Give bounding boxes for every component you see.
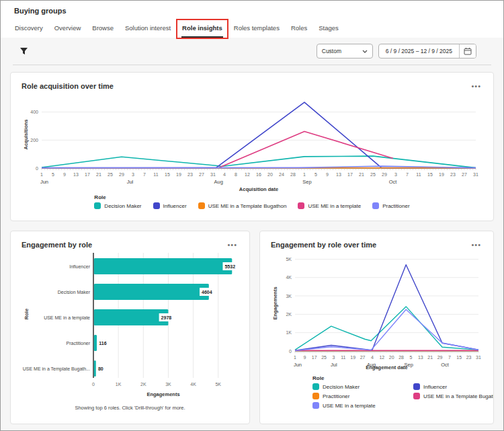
svg-text:2978: 2978 xyxy=(161,315,172,320)
legend-swatch xyxy=(312,393,319,399)
app-window: Buying groups Discovery Overview Browse … xyxy=(0,0,504,431)
tab-solution-interest[interactable]: Solution interest xyxy=(124,23,171,38)
svg-text:19: 19 xyxy=(176,172,181,177)
svg-text:4K: 4K xyxy=(190,382,196,387)
legend-item: Decision Maker xyxy=(312,383,413,390)
bar xyxy=(94,258,232,274)
svg-text:21: 21 xyxy=(359,172,364,177)
svg-text:Acquisition date: Acquisition date xyxy=(239,186,278,192)
chevron-down-icon xyxy=(362,50,368,53)
svg-text:5: 5 xyxy=(409,355,412,360)
chart-title: Engagement by role over time xyxy=(271,241,376,249)
svg-text:1: 1 xyxy=(303,172,306,177)
engagement-by-role-bar-chart: 01K2K3K4K5KInfluencer5532Decision Maker4… xyxy=(22,249,239,403)
more-options-button[interactable]: ••• xyxy=(470,82,482,90)
svg-text:Aug: Aug xyxy=(214,179,223,185)
legend-label: Decision Maker xyxy=(323,384,360,390)
tab-stages[interactable]: Stages xyxy=(318,23,339,38)
svg-text:16: 16 xyxy=(256,172,261,177)
date-range-preset-select[interactable]: Custom xyxy=(317,44,373,58)
more-options-button[interactable]: ••• xyxy=(226,241,239,249)
tab-bar: Discovery Overview Browse Solution inter… xyxy=(1,15,503,38)
legend-label: Decision Maker xyxy=(104,203,141,209)
bar xyxy=(94,335,97,351)
svg-text:21: 21 xyxy=(96,172,101,177)
svg-text:116: 116 xyxy=(99,341,106,346)
svg-text:23: 23 xyxy=(466,355,472,360)
tab-role-insights-label: Role insights xyxy=(182,24,222,32)
svg-text:4K: 4K xyxy=(286,275,292,280)
svg-text:25: 25 xyxy=(108,172,113,177)
svg-text:13: 13 xyxy=(336,172,341,177)
svg-text:15: 15 xyxy=(427,172,433,177)
svg-text:Engagements: Engagements xyxy=(272,286,278,319)
svg-text:12: 12 xyxy=(245,172,250,177)
chart-legend: RoleDecision MakerInfluencerUSE ME in a … xyxy=(94,194,409,209)
svg-text:Engagements: Engagements xyxy=(146,391,179,397)
calendar-icon xyxy=(464,47,472,55)
svg-text:7: 7 xyxy=(143,172,146,177)
tab-discovery[interactable]: Discovery xyxy=(14,23,44,38)
tab-role-insights[interactable]: Role insights xyxy=(181,23,223,38)
svg-text:21: 21 xyxy=(427,355,433,360)
svg-text:Oct: Oct xyxy=(441,362,450,368)
date-range-input[interactable]: 6 / 9 / 2025 – 12 / 9 / 2025 xyxy=(379,44,459,58)
svg-text:9: 9 xyxy=(326,172,329,177)
tab-browse[interactable]: Browse xyxy=(91,23,114,38)
tab-roles-templates[interactable]: Roles templates xyxy=(233,23,280,38)
svg-text:9: 9 xyxy=(303,355,306,360)
svg-text:0: 0 xyxy=(289,349,292,354)
svg-text:Jul: Jul xyxy=(127,179,134,185)
dashboard-body: Role acquisition over time ••• 020040015… xyxy=(1,65,503,424)
svg-text:Jun: Jun xyxy=(40,179,48,185)
legend-label: USE ME in a template xyxy=(308,203,361,209)
legend-item: Practitioner xyxy=(312,393,413,399)
card-engagement-over-time: Engagement by role over time ••• 01K2K3K… xyxy=(259,231,494,424)
svg-text:USE ME in a Template Bugath...: USE ME in a Template Bugath... xyxy=(23,366,90,372)
bar-chart-svg: 01K2K3K4K5KInfluencer5532Decision Maker4… xyxy=(22,249,240,403)
svg-text:Acquisitions: Acquisitions xyxy=(23,119,29,149)
more-options-button[interactable]: ••• xyxy=(470,241,482,249)
svg-text:19: 19 xyxy=(439,172,444,177)
tab-overview[interactable]: Overview xyxy=(54,23,82,38)
chart-footnote: Showing top 6 roles. Click 'Drill-throug… xyxy=(22,405,239,411)
svg-text:28: 28 xyxy=(290,172,296,177)
svg-text:0: 0 xyxy=(92,382,95,387)
svg-text:8: 8 xyxy=(235,172,237,177)
svg-text:11: 11 xyxy=(341,355,345,360)
svg-text:13: 13 xyxy=(418,355,423,360)
legend-item: Practitioner xyxy=(372,202,409,209)
svg-text:3K: 3K xyxy=(165,382,171,387)
svg-text:5K: 5K xyxy=(215,382,221,387)
legend-item: USE ME in a template xyxy=(298,202,361,209)
svg-text:Jul: Jul xyxy=(331,362,337,368)
legend-label: USE ME in a template xyxy=(323,403,376,409)
svg-text:31: 31 xyxy=(473,172,478,177)
svg-text:7: 7 xyxy=(448,355,451,360)
legend-swatch xyxy=(198,202,205,209)
svg-text:Influencer: Influencer xyxy=(69,264,90,269)
legend-label: Practitioner xyxy=(382,203,409,209)
preset-value: Custom xyxy=(322,48,341,54)
svg-text:17: 17 xyxy=(347,172,353,177)
tab-roles[interactable]: Roles xyxy=(290,23,308,38)
svg-text:200: 200 xyxy=(30,138,38,143)
legend-label: Influencer xyxy=(423,384,447,390)
filter-button[interactable] xyxy=(18,46,30,57)
svg-text:1: 1 xyxy=(294,355,296,360)
svg-text:11: 11 xyxy=(416,172,421,177)
chart-title: Role acquisition over time xyxy=(22,82,114,90)
svg-text:4604: 4604 xyxy=(202,290,212,295)
legend-swatch xyxy=(94,202,101,209)
legend-item: USE ME in a Template Bugathon xyxy=(413,393,494,399)
calendar-button[interactable] xyxy=(459,44,476,58)
series-line xyxy=(295,309,478,350)
legend-swatch xyxy=(298,202,304,209)
svg-text:80: 80 xyxy=(98,366,103,371)
svg-text:Decision Maker: Decision Maker xyxy=(58,290,91,295)
legend-swatch xyxy=(372,202,379,209)
svg-text:2K: 2K xyxy=(140,382,146,387)
svg-text:USE ME in a template: USE ME in a template xyxy=(44,315,90,321)
role-acquisition-line-chart: 0200400159131721252937111519232731481216… xyxy=(22,90,482,194)
svg-text:1: 1 xyxy=(40,172,43,177)
